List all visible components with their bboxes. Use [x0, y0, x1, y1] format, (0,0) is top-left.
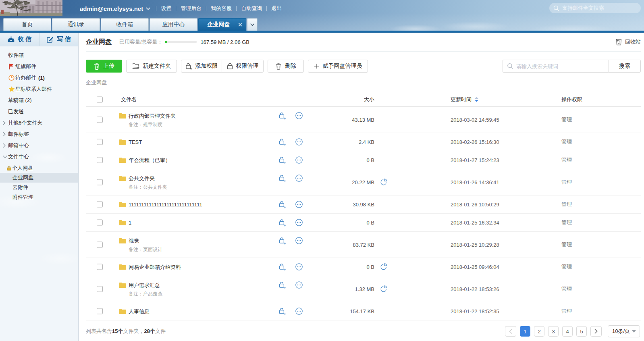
- tab-close-button[interactable]: [238, 23, 242, 27]
- file-permission-link[interactable]: 管理: [561, 179, 572, 186]
- sidebar-item-12[interactable]: 云附件: [0, 183, 78, 192]
- sidebar-item-11[interactable]: 企业网盘: [0, 173, 78, 183]
- tab-list-dropdown[interactable]: [247, 18, 258, 31]
- row-more-actions-button[interactable]: [295, 112, 303, 119]
- page-button-4[interactable]: 4: [562, 326, 573, 337]
- sidebar-item-6[interactable]: 其他6个文件夹: [0, 117, 78, 129]
- row-checkbox[interactable]: [97, 202, 103, 208]
- row-checkbox[interactable]: [97, 157, 103, 163]
- row-checkbox[interactable]: [97, 308, 103, 314]
- tab-3[interactable]: 应用中心: [150, 18, 197, 31]
- add-permission-button[interactable]: 添加权限: [181, 60, 222, 73]
- row-add-permission-button[interactable]: [279, 112, 286, 120]
- next-page-button[interactable]: [590, 326, 602, 337]
- file-search-input[interactable]: [503, 60, 609, 73]
- file-name[interactable]: 视觉: [129, 238, 139, 244]
- page-size-select[interactable]: 10条/页: [608, 325, 640, 337]
- sidebar-item-0[interactable]: 收件箱: [0, 50, 78, 61]
- tab-active-4[interactable]: 企业网盘: [198, 18, 246, 31]
- sidebar-item-4[interactable]: 草稿箱 (2): [0, 95, 78, 106]
- file-name[interactable]: 人事信息: [129, 308, 150, 314]
- file-permission-link[interactable]: 管理: [561, 285, 572, 293]
- row-more-actions-button[interactable]: [295, 281, 303, 289]
- file-name[interactable]: 1: [129, 220, 131, 226]
- topnav-item-4[interactable]: 退出: [267, 5, 286, 12]
- sidebar-item-13[interactable]: 附件管理: [0, 192, 78, 202]
- file-name[interactable]: 公共文件夹: [129, 175, 155, 181]
- column-header-name[interactable]: 文件名: [121, 96, 137, 103]
- tab-1[interactable]: 通讯录: [52, 18, 100, 31]
- row-more-actions-button[interactable]: [295, 156, 303, 164]
- sidebar-item-3[interactable]: 星标联系人邮件: [0, 83, 78, 95]
- file-name[interactable]: 年会流程（已审）: [129, 157, 170, 163]
- row-more-actions-button[interactable]: [295, 175, 303, 182]
- tab-0[interactable]: 首页: [3, 18, 51, 31]
- row-add-permission-button[interactable]: [279, 138, 286, 146]
- sort-icon[interactable]: [474, 97, 479, 102]
- topnav-item-1[interactable]: 管理后台: [176, 5, 206, 12]
- topnav-item-3[interactable]: 自助查询: [237, 5, 266, 12]
- recycle-bin-button[interactable]: 回收站: [615, 38, 641, 46]
- grant-admin-button[interactable]: 赋予网盘管理员: [308, 60, 368, 73]
- topnav-item-0[interactable]: 设置: [156, 5, 176, 12]
- row-more-actions-button[interactable]: [295, 308, 303, 315]
- file-name[interactable]: 用户需求汇总: [129, 282, 160, 288]
- row-more-actions-button[interactable]: [295, 219, 303, 226]
- new-folder-button[interactable]: 新建文件夹: [126, 60, 177, 73]
- row-usage-pie-button[interactable]: [380, 285, 387, 293]
- topnav-item-2[interactable]: 我的客服: [206, 5, 236, 12]
- delete-button[interactable]: 删除: [268, 60, 304, 73]
- sidebar-item-9[interactable]: 文件中心: [0, 151, 78, 162]
- page-button-5[interactable]: 5: [576, 326, 587, 337]
- file-name[interactable]: 11111111111111111111111111111: [129, 202, 202, 208]
- global-search[interactable]: 支持邮件全文搜索: [549, 3, 641, 13]
- row-usage-pie-button[interactable]: [380, 263, 387, 270]
- row-checkbox[interactable]: [97, 264, 103, 270]
- compose-mail-button[interactable]: 写 信: [39, 33, 79, 46]
- row-add-permission-button[interactable]: [279, 308, 286, 315]
- file-permission-link[interactable]: 管理: [561, 241, 572, 248]
- row-checkbox[interactable]: [97, 242, 103, 248]
- row-checkbox[interactable]: [97, 179, 103, 185]
- file-permission-link[interactable]: 管理: [561, 308, 572, 315]
- upload-button[interactable]: 上传: [86, 60, 122, 73]
- file-name[interactable]: TEST: [129, 139, 142, 145]
- breadcrumb-root[interactable]: 企业网盘: [86, 79, 107, 85]
- row-add-permission-button[interactable]: [279, 263, 286, 271]
- file-permission-link[interactable]: 管理: [561, 116, 572, 123]
- sidebar-item-1[interactable]: 红旗邮件: [0, 61, 78, 72]
- row-checkbox[interactable]: [97, 220, 103, 226]
- row-add-permission-button[interactable]: [279, 237, 286, 245]
- select-all-checkbox[interactable]: [97, 96, 103, 102]
- page-button-3[interactable]: 3: [548, 326, 559, 337]
- row-checkbox[interactable]: [97, 117, 103, 123]
- sidebar-item-10[interactable]: 个人网盘: [0, 163, 78, 173]
- row-add-permission-button[interactable]: [279, 175, 286, 182]
- row-add-permission-button[interactable]: [279, 156, 286, 164]
- sidebar-item-8[interactable]: 邮箱中心: [0, 140, 78, 151]
- file-search-button[interactable]: 搜索: [609, 60, 641, 73]
- column-header-perm[interactable]: 操作权限: [561, 96, 582, 103]
- row-add-permission-button[interactable]: [279, 201, 286, 208]
- row-checkbox[interactable]: [97, 286, 103, 292]
- sidebar-item-2[interactable]: 待办邮件(1): [0, 72, 78, 83]
- file-name[interactable]: 网易企业邮箱介绍资料: [129, 264, 181, 270]
- receive-mail-button[interactable]: 收 信: [0, 33, 39, 46]
- sidebar-item-7[interactable]: 邮件标签: [0, 129, 78, 140]
- row-more-actions-button[interactable]: [295, 138, 303, 146]
- file-permission-link[interactable]: 管理: [561, 156, 572, 164]
- page-button-2[interactable]: 2: [534, 326, 544, 337]
- sidebar-item-5[interactable]: 已发送: [0, 106, 78, 117]
- row-more-actions-button[interactable]: [295, 237, 303, 244]
- file-name[interactable]: 行政内部管理文件夹: [129, 113, 176, 119]
- column-header-size[interactable]: 大小: [312, 96, 374, 103]
- file-permission-link[interactable]: 管理: [561, 201, 572, 208]
- file-permission-link[interactable]: 管理: [561, 219, 572, 226]
- page-button-1-active[interactable]: 1: [520, 326, 530, 337]
- file-permission-link[interactable]: 管理: [561, 263, 572, 270]
- prev-page-button[interactable]: [505, 326, 516, 337]
- column-header-time[interactable]: 更新时间: [451, 96, 479, 103]
- manage-permission-button[interactable]: 权限管理: [222, 60, 264, 73]
- row-usage-pie-button[interactable]: [380, 179, 387, 186]
- row-more-actions-button[interactable]: [295, 201, 303, 208]
